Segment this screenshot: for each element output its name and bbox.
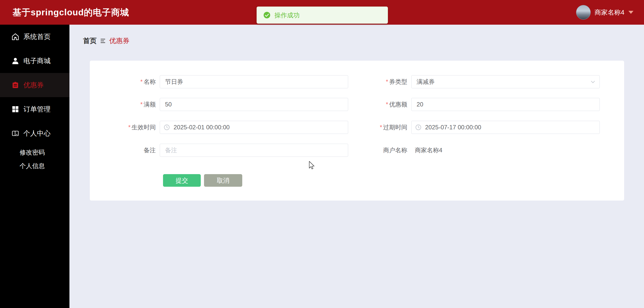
sidebar-item-label: 个人中心	[23, 129, 51, 138]
cancel-button[interactable]: 取消	[204, 174, 242, 187]
sidebar-item-label: 订单管理	[23, 105, 51, 114]
caret-down-icon	[628, 11, 633, 14]
name-input[interactable]	[160, 75, 348, 88]
discount-amount-label: *优惠额	[351, 100, 411, 108]
submit-button[interactable]: 提交	[163, 174, 201, 187]
user-menu[interactable]: 商家名称4	[576, 0, 633, 25]
effective-time-label: *生效时间	[99, 123, 160, 131]
breadcrumb-separator-icon	[101, 39, 105, 43]
expire-time-picker[interactable]	[411, 121, 600, 134]
user-icon	[12, 57, 19, 65]
field-name: *名称	[99, 75, 348, 88]
breadcrumb-current: 优惠券	[109, 36, 130, 45]
profile-icon	[12, 130, 19, 137]
home-icon	[12, 33, 19, 41]
grid-icon	[12, 105, 19, 113]
field-effective-time: *生效时间	[99, 121, 348, 134]
app-title: 基于springcloud的电子商城	[13, 0, 129, 25]
field-remark: 备注	[99, 144, 348, 157]
sidebar-item-label: 系统首页	[23, 32, 51, 41]
breadcrumb: 首页 优惠券	[83, 36, 130, 45]
sidebar-item-mall[interactable]: 电子商城	[0, 49, 69, 73]
field-expire-time: *过期时间	[351, 121, 600, 134]
success-toast: 操作成功	[257, 7, 388, 24]
chevron-down-icon	[590, 79, 596, 85]
discount-amount-input[interactable]	[411, 98, 600, 111]
required-marker: *	[140, 101, 143, 108]
sidebar-item-home[interactable]: 系统首页	[0, 25, 69, 49]
coupon-type-value[interactable]	[411, 75, 600, 88]
sidebar-item-label: 电子商城	[23, 56, 51, 65]
breadcrumb-home[interactable]: 首页	[83, 36, 97, 45]
clock-icon	[164, 124, 170, 130]
clock-icon	[415, 124, 421, 130]
full-amount-input[interactable]	[160, 98, 348, 111]
effective-time-input[interactable]	[160, 121, 348, 134]
expire-time-label: *过期时间	[351, 123, 411, 131]
required-marker: *	[128, 124, 131, 131]
sidebar-subitem-change-password[interactable]: 修改密码	[0, 145, 69, 159]
full-amount-label: *满额	[99, 100, 160, 108]
sidebar-item-label: 优惠券	[23, 81, 44, 90]
remark-label: 备注	[99, 146, 160, 154]
sidebar-subitem-label: 个人信息	[20, 162, 45, 170]
user-name: 商家名称4	[595, 8, 624, 17]
sidebar-subitem-label: 修改密码	[20, 148, 45, 157]
sidebar-subitem-personal-info[interactable]: 个人信息	[0, 159, 69, 173]
merchant-name-label: 商户名称	[351, 146, 411, 154]
name-label: *名称	[99, 78, 160, 86]
coupon-type-select[interactable]	[411, 75, 600, 88]
remark-input[interactable]	[160, 144, 348, 157]
field-merchant-name: 商户名称 商家名称4	[351, 144, 442, 157]
toast-message: 操作成功	[274, 11, 300, 19]
required-marker: *	[380, 124, 382, 131]
merchant-name-value: 商家名称4	[411, 146, 442, 154]
required-marker: *	[140, 78, 143, 85]
sidebar-item-coupon[interactable]: 优惠券	[0, 73, 69, 97]
effective-time-picker[interactable]	[160, 121, 348, 134]
main-content: 首页 优惠券 *名称 *券类型 *满额	[69, 25, 644, 308]
sidebar-item-orders[interactable]: 订单管理	[0, 97, 69, 121]
field-discount-amount: *优惠额	[351, 98, 600, 111]
sidebar: 系统首页 电子商城 优惠券 订单管理 个人中心	[0, 25, 69, 308]
coupon-form-card: *名称 *券类型 *满额 *优惠额	[90, 61, 624, 201]
check-circle-icon	[263, 12, 270, 19]
field-coupon-type: *券类型	[351, 75, 600, 88]
coupon-type-label: *券类型	[351, 78, 411, 86]
field-full-amount: *满额	[99, 98, 348, 111]
required-marker: *	[386, 78, 388, 85]
expire-time-input[interactable]	[411, 121, 600, 134]
coupon-icon	[12, 81, 19, 89]
avatar[interactable]	[576, 5, 591, 20]
sidebar-item-profile[interactable]: 个人中心	[0, 121, 69, 145]
required-marker: *	[386, 101, 388, 108]
